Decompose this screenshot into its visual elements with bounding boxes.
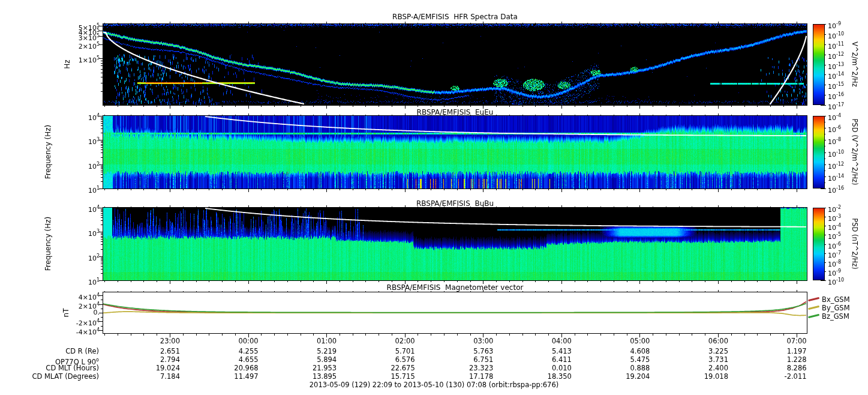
euu-yaxis-label: Frequency (Hz)	[44, 125, 52, 179]
magnetometer-title: RBSPA/EMFISIS Magnetometer vector	[103, 283, 807, 292]
legend-item-bx: Bx_GSM	[808, 295, 850, 303]
ephemeris-value: 0.010	[518, 364, 572, 372]
ephemeris-value: 2.400	[674, 364, 728, 372]
colorbar-tick-label: 10-16	[828, 184, 844, 194]
ytick-label: 102	[54, 160, 100, 170]
ephemeris-value: 15.715	[361, 373, 415, 381]
colorbar-tick-label: 10-15	[828, 80, 844, 91]
ephemeris-value: 6.411	[518, 356, 572, 364]
ephemeris-value: 7.184	[126, 373, 180, 381]
ytick-label: 101	[54, 184, 100, 194]
legend-item-by: By_GSM	[808, 304, 850, 312]
ytick-label: 103	[54, 136, 100, 146]
colorbar-tick-label: 10-12	[828, 50, 844, 61]
ephemeris-value: 1.228	[753, 356, 807, 364]
by-line-sample	[808, 306, 819, 310]
ephemeris-value: 13.895	[283, 373, 337, 381]
colorbar-tick-label: 10-10	[828, 148, 844, 158]
time-tick-label: 01:00	[283, 337, 337, 345]
ephemeris-row-label: CD R (Re)	[0, 348, 99, 355]
bubu-yaxis-label: Frequency (Hz)	[44, 217, 52, 271]
colorbar-tick-label: 10-6	[828, 124, 841, 134]
ytick-label: 102	[54, 252, 100, 262]
ephemeris-value: 11.497	[205, 373, 259, 381]
ephemeris-value: 20.968	[205, 364, 259, 372]
ephemeris-value: 5.475	[596, 356, 650, 364]
ephemeris-value: 4.608	[596, 348, 650, 355]
ephemeris-value: 5.701	[361, 348, 415, 355]
time-tick-label: 03:00	[439, 337, 493, 345]
hfr-title: RBSP-A/EMFISIS HFR Spectra Data	[103, 13, 807, 21]
ephemeris-value: 6.751	[439, 356, 493, 364]
time-tick-label: 00:00	[205, 337, 259, 345]
legend-item-bz: Bz_GSM	[808, 312, 849, 320]
ephemeris-value: 4.255	[205, 348, 259, 355]
euu-colorbar	[813, 116, 825, 188]
time-tick-label: 07:00	[753, 337, 807, 345]
ytick-label: 101	[54, 276, 100, 286]
hfr-colorbar-label: V^2/m^2/Hz	[851, 41, 859, 86]
ephemeris-value: 19.204	[596, 373, 650, 381]
time-tick-label: 23:00	[126, 337, 180, 345]
ytick-label: 1×105	[54, 54, 100, 64]
hfr-colorbar	[813, 24, 825, 105]
euu-colorbar-label: PSD (V^2/m^2/Hz)	[851, 118, 859, 185]
colorbar-tick-label: 10-12	[828, 160, 844, 170]
ephemeris-value: 5.894	[283, 356, 337, 364]
bz-legend-label: Bz_GSM	[822, 312, 849, 321]
ytick-label: 104	[54, 204, 100, 214]
ephemeris-value: 5.763	[439, 348, 493, 355]
colorbar-tick-label: 10-16	[828, 91, 844, 101]
ytick-label: 2×105	[54, 40, 100, 50]
ephemeris-value: 0.888	[596, 364, 650, 372]
colorbar-tick-label: 10-9	[828, 20, 841, 30]
ephemeris-value: 3.731	[674, 356, 728, 364]
ytick-label: 104	[54, 112, 100, 122]
euu-title: RBSPA/EMFISIS EuEu	[103, 108, 807, 116]
time-tick-label: 02:00	[361, 337, 415, 345]
bubu-colorbar-label: PSD (nT^2/Hz)	[851, 218, 859, 270]
bx-line-sample	[808, 297, 819, 301]
bx-legend-label: Bx_GSM	[822, 295, 850, 304]
bubu-colorbar	[813, 208, 825, 280]
time-tick-label: 04:00	[518, 337, 572, 345]
ephemeris-value: -2.011	[753, 373, 807, 381]
ephemeris-value: 5.413	[518, 348, 572, 355]
ephemeris-value: 23.323	[439, 364, 493, 372]
colorbar-tick-label: 10-10	[828, 276, 844, 286]
ephemeris-value: 2.651	[126, 348, 180, 355]
ephemeris-value: 5.219	[283, 348, 337, 355]
ephemeris-value: 22.675	[361, 364, 415, 372]
colorbar-tick-label: 10-17	[828, 101, 844, 111]
ytick-label: 0.	[54, 309, 100, 316]
colorbar-tick-label: 10-10	[828, 30, 844, 40]
axes-overlay	[0, 0, 868, 395]
ephemeris-row-label: CD MLAT (Degrees)	[0, 373, 99, 381]
colorbar-tick-label: 10-4	[828, 112, 841, 122]
ephemeris-value: 4.655	[205, 356, 259, 364]
ephemeris-value: 21.953	[283, 364, 337, 372]
ephemeris-value: 17.178	[439, 373, 493, 381]
colorbar-tick-label: 10-14	[828, 172, 844, 182]
ephemeris-value: 19.024	[126, 364, 180, 372]
time-tick-label: 06:00	[674, 337, 728, 345]
colorbar-tick-label: 10-13	[828, 61, 844, 71]
ephemeris-value: 2.794	[126, 356, 180, 364]
bz-line-sample	[808, 314, 819, 318]
ytick-label: 103	[54, 228, 100, 238]
figure: RBSP-A/EMFISIS HFR Spectra Data RBSPA/EM…	[0, 0, 868, 395]
ephemeris-value: 8.286	[753, 364, 807, 372]
colorbar-tick-label: 10-8	[828, 136, 841, 146]
ytick-label: -4×104	[54, 326, 100, 336]
by-legend-label: By_GSM	[822, 304, 850, 312]
ephemeris-value: 19.018	[674, 373, 728, 381]
time-tick-label: 05:00	[596, 337, 650, 345]
ephemeris-row-label: CD MLT (Hours)	[0, 364, 99, 372]
ephemeris-value: 18.350	[518, 373, 572, 381]
ephemeris-value: 6.576	[361, 356, 415, 364]
ephemeris-value: 1.197	[753, 348, 807, 355]
colorbar-tick-label: 10-14	[828, 70, 844, 80]
bubu-title: RBSPA/EMFISIS BuBu	[103, 199, 807, 208]
ephemeris-value: 3.225	[674, 348, 728, 355]
time-range-footer: 2013-05-09 (129) 22:09 to 2013-05-10 (13…	[0, 381, 868, 389]
